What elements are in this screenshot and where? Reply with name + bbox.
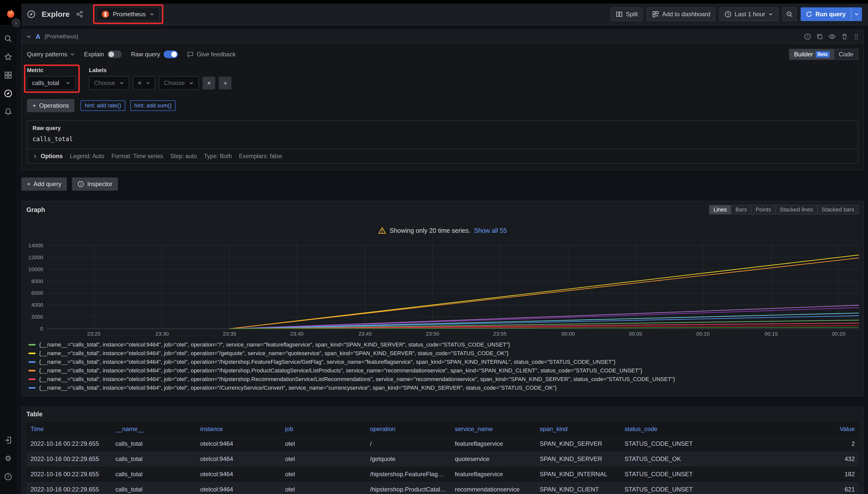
- warning-triangle-icon: [378, 227, 386, 234]
- sync-icon: [806, 11, 812, 18]
- run-query-button[interactable]: Run query: [801, 7, 851, 21]
- raw-query-value: calls_total: [33, 136, 853, 142]
- time-range-picker[interactable]: Last 1 hour: [719, 7, 778, 21]
- add-to-dashboard-icon: [652, 11, 659, 18]
- column-header-operation[interactable]: operation: [366, 422, 451, 436]
- split-button[interactable]: Split: [611, 7, 643, 21]
- give-feedback-button[interactable]: Give feedback: [187, 51, 236, 58]
- graph-mode-points[interactable]: Points: [751, 205, 775, 214]
- legend-item[interactable]: {__name__="calls_total", instance="otelc…: [29, 367, 859, 374]
- sidebar-item-search[interactable]: [2, 33, 14, 45]
- table-cell: calls_total: [111, 467, 196, 482]
- table-body: 2022-10-16 00:22:29.655calls_totalotelco…: [26, 436, 859, 494]
- table-header-row: Time__name__instancejoboperationservice_…: [26, 422, 859, 436]
- search-icon: [4, 35, 12, 43]
- prometheus-icon: [102, 11, 109, 18]
- graph-mode-bars[interactable]: Bars: [731, 205, 751, 214]
- label-key-select[interactable]: Choose: [89, 76, 129, 90]
- legend-item[interactable]: {__name__="calls_total", instance="otelc…: [29, 341, 859, 348]
- explain-toggle[interactable]: [108, 51, 122, 58]
- sidebar-expand-button[interactable]: ›: [12, 18, 20, 27]
- delete-query-trash-icon[interactable]: [841, 33, 848, 40]
- show-all-series-link[interactable]: Show all 55: [474, 227, 507, 234]
- sidebar-item-sign-in[interactable]: [2, 434, 14, 446]
- query-ref-id: A: [36, 33, 40, 41]
- query-help-icon[interactable]: ?: [804, 33, 811, 40]
- column-header-time[interactable]: Time: [26, 422, 111, 436]
- y-tick-label: 8000: [31, 278, 43, 284]
- table-cell: SPAN_KIND_SERVER: [536, 451, 620, 467]
- metric-select[interactable]: calls_total: [27, 76, 76, 90]
- label-operator-select[interactable]: =: [133, 76, 155, 90]
- hint-chip-1[interactable]: hint: add sum(): [130, 100, 176, 111]
- raw-query-toggle[interactable]: [164, 51, 178, 58]
- chevron-down-icon: [149, 12, 155, 17]
- run-query-dropdown[interactable]: [851, 7, 862, 21]
- hint-chip-0[interactable]: hint: add rate(): [80, 100, 125, 111]
- add-query-button[interactable]: + Add query: [21, 177, 67, 191]
- options-expander[interactable]: Options: [33, 153, 63, 160]
- legend-item[interactable]: {__name__="calls_total", instance="otelc…: [29, 350, 859, 357]
- zoom-out-time-button[interactable]: [782, 7, 797, 21]
- drag-handle-icon[interactable]: [853, 33, 860, 40]
- hints: hint: add rate()hint: add sum(): [80, 100, 176, 111]
- duplicate-query-icon[interactable]: [816, 33, 823, 40]
- inspector-button[interactable]: i Inspector: [72, 177, 118, 191]
- results-table: Time__name__instancejoboperationservice_…: [26, 422, 859, 494]
- column-header-name[interactable]: __name__: [111, 422, 196, 436]
- table-cell: otel: [281, 451, 366, 467]
- query-patterns-dropdown[interactable]: Query patterns: [27, 51, 75, 58]
- column-header-value[interactable]: Value: [705, 422, 859, 436]
- chevron-down-icon: [768, 12, 773, 17]
- chevron-down-icon: [146, 80, 150, 86]
- table-cell: otelcol:9464: [196, 436, 281, 451]
- graph-mode-lines[interactable]: Lines: [709, 205, 731, 214]
- table-cell: STATUS_CODE_UNSET: [620, 482, 705, 494]
- sign-in-icon: [4, 436, 12, 444]
- legend-item[interactable]: {__name__="calls_total", instance="otelc…: [29, 376, 859, 383]
- y-tick-label: 4000: [31, 302, 43, 308]
- hide-query-eye-icon[interactable]: [828, 33, 836, 40]
- sidebar-item-explore[interactable]: [2, 87, 14, 99]
- add-to-dashboard-button[interactable]: Add to dashboard: [647, 7, 715, 21]
- svg-text:?: ?: [807, 35, 809, 39]
- sidebar-item-starred[interactable]: [2, 51, 14, 63]
- split-icon: [616, 11, 623, 18]
- table-cell: SPAN_KIND_SERVER: [536, 436, 620, 451]
- metric-label: Metric: [27, 67, 76, 74]
- legend-item[interactable]: {__name__="calls_total", instance="otelc…: [29, 385, 859, 391]
- label-value-select[interactable]: Choose: [159, 76, 199, 90]
- column-header-servicename[interactable]: service_name: [451, 422, 536, 436]
- share-icon[interactable]: [74, 9, 85, 20]
- option-summary-item: Exemplars: false: [239, 153, 282, 160]
- add-label-button[interactable]: +: [219, 77, 232, 89]
- graph-mode-stacked-lines[interactable]: Stacked lines: [775, 205, 817, 214]
- datasource-name: Prometheus: [113, 11, 146, 18]
- builder-mode-button[interactable]: Builder Beta: [790, 49, 834, 59]
- column-header-instance[interactable]: instance: [196, 422, 281, 436]
- sidebar-item-help[interactable]: ?: [2, 471, 14, 483]
- legend-swatch: [29, 361, 36, 363]
- code-mode-button[interactable]: Code: [834, 49, 858, 59]
- y-tick-label: 2000: [31, 314, 43, 320]
- x-tick-label: 23:50: [426, 331, 439, 337]
- svg-text:?: ?: [7, 474, 9, 479]
- remove-label-button[interactable]: ×: [202, 77, 215, 89]
- graph-mode-stacked-bars[interactable]: Stacked bars: [817, 205, 858, 214]
- sidebar-item-configuration[interactable]: ⚙: [2, 452, 14, 464]
- sidebar-item-alerting[interactable]: [2, 106, 14, 118]
- operations-button[interactable]: + Operations: [27, 99, 74, 112]
- query-toolbar: Query patterns Explain Raw query Give fe…: [27, 49, 858, 60]
- column-header-spankind[interactable]: span_kind: [536, 422, 620, 436]
- datasource-picker[interactable]: Prometheus: [96, 7, 160, 21]
- column-header-job[interactable]: job: [281, 422, 366, 436]
- column-header-statuscode[interactable]: status_code: [620, 422, 705, 436]
- x-tick-label: 00:05: [629, 331, 643, 337]
- page-title: Explore: [42, 10, 70, 19]
- plot-area[interactable]: [47, 243, 859, 330]
- metric-block: Metric calls_total: [27, 67, 76, 90]
- explore-content: A (Prometheus) ? Query patterns Explain: [21, 25, 864, 494]
- sidebar-item-dashboards[interactable]: [2, 69, 14, 81]
- collapse-chevron-icon[interactable]: [26, 34, 32, 39]
- legend-item[interactable]: {__name__="calls_total", instance="otelc…: [29, 359, 859, 365]
